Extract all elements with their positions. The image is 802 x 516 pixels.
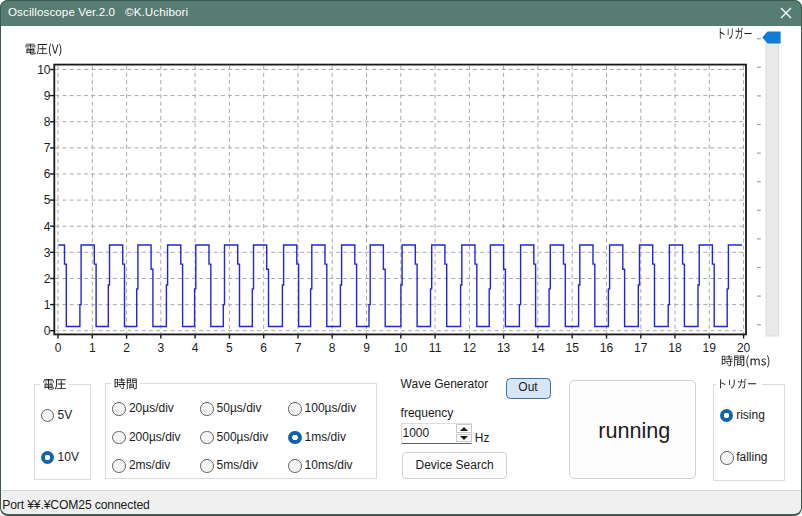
svg-text:10: 10 xyxy=(394,341,408,355)
svg-text:13: 13 xyxy=(497,341,511,355)
svg-text:8: 8 xyxy=(329,341,336,355)
svg-text:7: 7 xyxy=(295,341,302,355)
svg-text:11: 11 xyxy=(429,341,442,355)
svg-text:4: 4 xyxy=(192,341,199,355)
svg-text:14: 14 xyxy=(531,341,545,355)
svg-text:3: 3 xyxy=(44,246,51,260)
svg-text:19: 19 xyxy=(703,341,717,355)
svg-text:17: 17 xyxy=(634,341,648,355)
svg-text:20: 20 xyxy=(737,341,751,355)
svg-text:7: 7 xyxy=(44,141,51,155)
svg-text:18: 18 xyxy=(668,341,682,355)
svg-text:2: 2 xyxy=(44,272,51,286)
svg-text:2: 2 xyxy=(123,341,130,355)
svg-text:0: 0 xyxy=(55,341,62,355)
svg-text:9: 9 xyxy=(363,341,370,355)
svg-text:4: 4 xyxy=(44,220,51,234)
svg-text:1: 1 xyxy=(44,298,51,312)
svg-text:15: 15 xyxy=(566,341,580,355)
svg-text:9: 9 xyxy=(44,89,51,103)
svg-text:16: 16 xyxy=(600,341,614,355)
svg-text:3: 3 xyxy=(157,341,164,355)
svg-text:10: 10 xyxy=(37,63,51,77)
svg-text:8: 8 xyxy=(44,115,51,129)
svg-text:0: 0 xyxy=(44,324,51,338)
svg-text:1: 1 xyxy=(89,341,96,355)
svg-text:5: 5 xyxy=(226,341,233,355)
svg-text:6: 6 xyxy=(44,167,51,181)
svg-text:12: 12 xyxy=(463,341,477,355)
svg-text:6: 6 xyxy=(260,341,267,355)
svg-text:5: 5 xyxy=(44,193,51,207)
